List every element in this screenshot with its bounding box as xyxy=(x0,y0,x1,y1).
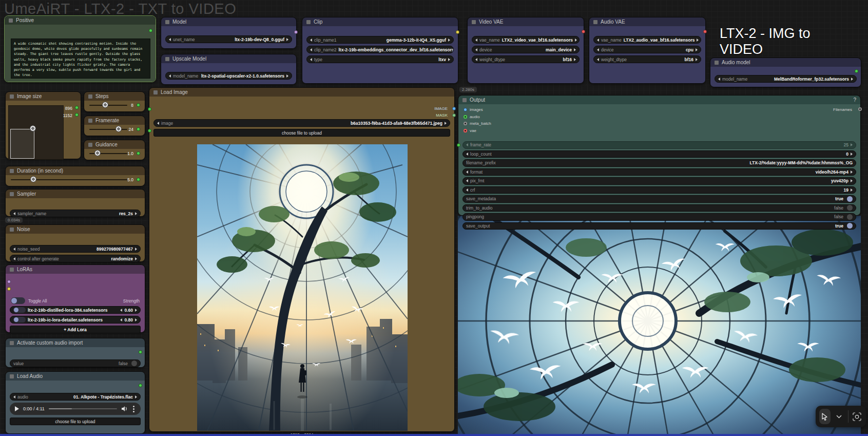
combo-left-arrow-icon[interactable] xyxy=(718,78,720,81)
strength-right-arrow-icon[interactable] xyxy=(135,318,137,321)
combo-right-arrow-icon[interactable] xyxy=(574,58,576,61)
lora-enable-switch[interactable] xyxy=(13,307,26,313)
image-preview[interactable] xyxy=(197,144,408,431)
collapse-icon[interactable] xyxy=(88,119,92,123)
model-input-slot[interactable] xyxy=(7,280,11,283)
output-slot-conditioning[interactable] xyxy=(149,29,152,32)
prompt-textarea[interactable]: A wide cinematic shot showing contrastin… xyxy=(11,39,150,79)
node-clip[interactable]: Clip clip_name1 gemma-3-12b-it-IQ4_XS.gg… xyxy=(302,17,458,84)
control-after-generate-widget[interactable]: control after generate randomize xyxy=(10,255,141,262)
weight-dtype-combo[interactable]: weight_dtype bf16 xyxy=(472,55,580,63)
output-slot-vae[interactable] xyxy=(582,30,585,33)
node-model[interactable]: Model unet_name ltx-2-19b-dev-Q8_0.gguf xyxy=(161,17,297,49)
clip-type-combo[interactable]: type ltxv xyxy=(306,55,454,63)
size-selection-rect[interactable] xyxy=(10,129,34,159)
combo-right-arrow-icon[interactable] xyxy=(445,122,447,125)
collapse-icon[interactable] xyxy=(306,20,311,24)
output-slot-mask[interactable] xyxy=(452,113,456,117)
combo-left-arrow-icon[interactable] xyxy=(597,39,599,42)
collapse-icon[interactable] xyxy=(153,90,158,94)
noise-seed-widget[interactable]: noise_seed 899270980977467 xyxy=(10,245,141,253)
save-output-toggle[interactable]: save_outputtrue xyxy=(462,222,856,230)
node-load-image[interactable]: Load Image IMAGE MASK image b6a10353-f9b… xyxy=(149,87,455,432)
combo-left-arrow-icon[interactable] xyxy=(13,248,15,251)
unet-name-combo[interactable]: unet_name ltx-2-19b-dev-Q8_0.gguf xyxy=(165,35,292,43)
device-combo[interactable]: device cpu xyxy=(593,46,701,53)
duration-slider[interactable]: 5.0 xyxy=(11,176,140,183)
combo-left-arrow-icon[interactable] xyxy=(157,122,159,125)
combo-right-arrow-icon[interactable] xyxy=(696,48,698,51)
weight-dtype-combo[interactable]: weight_dtype bf16 xyxy=(593,55,701,63)
output-slot[interactable] xyxy=(855,69,858,73)
images-input-slot[interactable] xyxy=(464,108,467,111)
output-slot-model[interactable] xyxy=(294,30,298,34)
output-slot-audio[interactable] xyxy=(139,384,142,387)
audio-player[interactable]: 0:00 / 4:11 xyxy=(10,403,141,415)
node-audio-vae[interactable]: Audio VAE vae_name LTX2_audio_vae_bf16.s… xyxy=(589,17,706,84)
combo-right-arrow-icon[interactable] xyxy=(574,48,576,51)
add-lora-button[interactable]: + Add Lora xyxy=(10,326,141,333)
collapse-icon[interactable] xyxy=(462,98,467,102)
crf-combo[interactable]: crf19 xyxy=(462,186,856,194)
collapse-icon[interactable] xyxy=(165,57,169,61)
fit-view-button[interactable] xyxy=(851,409,862,424)
steps-slot[interactable] xyxy=(137,103,140,107)
strength-left-arrow-icon[interactable] xyxy=(120,309,122,312)
combo-left-arrow-icon[interactable] xyxy=(597,58,599,61)
combo-right-arrow-icon[interactable] xyxy=(448,58,450,61)
combo-left-arrow-icon[interactable] xyxy=(475,39,477,42)
strength-left-arrow-icon[interactable] xyxy=(120,318,122,321)
combo-right-arrow-icon[interactable] xyxy=(135,257,137,260)
node-audio-model[interactable]: Audio model model_name MelBandRoformer_f… xyxy=(710,58,861,87)
node-framerate[interactable]: Framerate 24 xyxy=(84,116,145,136)
audio-file-combo[interactable]: audio 01. Alkpote - Trapézistes.flac xyxy=(10,393,141,401)
node-duration[interactable]: Duration (in second) 5.0 xyxy=(5,166,145,186)
vae-name-combo[interactable]: vae_name LTX2_video_vae_bf16.safetensors xyxy=(472,36,580,44)
combo-right-arrow-icon[interactable] xyxy=(448,39,450,42)
node-steps[interactable]: Steps 8 xyxy=(84,91,145,112)
node-video-vae[interactable]: Video VAE vae_name LTX2_video_vae_bf16.s… xyxy=(467,17,584,84)
collapse-icon[interactable] xyxy=(88,143,92,147)
device-combo[interactable]: device main_device xyxy=(472,46,580,53)
kebab-menu-icon[interactable] xyxy=(133,408,134,410)
frame-rate-combo[interactable]: frame_rate25 xyxy=(462,141,856,149)
output-slot-boolean[interactable] xyxy=(139,350,142,354)
help-icon[interactable]: ? xyxy=(853,97,856,103)
node-load-audio[interactable]: Load Audio audio 01. Alkpote - Trapézist… xyxy=(5,371,145,434)
node-guidance[interactable]: Guidance 1.0 xyxy=(84,140,145,160)
clip-name1-combo[interactable]: clip_name1 gemma-3-12b-it-IQ4_XS.gguf xyxy=(306,36,454,44)
value-toggle-widget[interactable]: value false xyxy=(10,359,141,367)
toggle-knob[interactable] xyxy=(847,205,853,211)
combo-left-arrow-icon[interactable] xyxy=(169,38,171,41)
image-file-combo[interactable]: image b6a10353-f9ba-41d3-afa9-68e3fb65d4… xyxy=(153,119,450,127)
width-slot[interactable] xyxy=(75,106,79,109)
tool-dropdown-button[interactable] xyxy=(834,409,845,424)
node-output[interactable]: Output? images audio meta_batch vae File… xyxy=(458,95,861,216)
node-upscale-model[interactable]: Upscale Model model_name ltx-2-spatial-u… xyxy=(161,54,297,85)
toggle-knob[interactable] xyxy=(131,361,137,366)
node-canvas[interactable]: UmeAiRT - LTX-2 - TXT to VIDEO LTX-2 - I… xyxy=(0,0,868,436)
pingpong-toggle[interactable]: pingpongfalse xyxy=(462,213,856,221)
toggle-knob[interactable] xyxy=(847,196,853,202)
combo-left-arrow-icon[interactable] xyxy=(13,257,15,260)
combo-left-arrow-icon[interactable] xyxy=(310,39,312,42)
combo-right-arrow-icon[interactable] xyxy=(286,74,288,78)
steps-slider[interactable]: 8 xyxy=(89,102,140,108)
combo-right-arrow-icon[interactable] xyxy=(135,395,137,399)
cursor-tool-button[interactable] xyxy=(819,409,831,424)
collapse-icon[interactable] xyxy=(10,94,14,99)
guidance-slider[interactable]: 1.0 xyxy=(89,150,140,157)
input-slot[interactable] xyxy=(148,129,151,132)
collapse-icon[interactable] xyxy=(593,20,597,24)
combo-right-arrow-icon[interactable] xyxy=(697,39,699,42)
duration-slot[interactable] xyxy=(137,178,140,181)
play-icon[interactable] xyxy=(15,406,19,411)
audio-progress-bar[interactable] xyxy=(49,408,117,410)
framerate-slot[interactable] xyxy=(137,127,140,131)
combo-left-arrow-icon[interactable] xyxy=(475,48,477,51)
node-audio-import-toggle[interactable]: Activate custom audio import value false xyxy=(5,338,145,368)
combo-right-arrow-icon[interactable] xyxy=(135,212,137,215)
collapse-icon[interactable] xyxy=(10,374,14,378)
node-positive[interactable]: Positive A wide cinematic shot showing c… xyxy=(4,15,156,82)
strength-right-arrow-icon[interactable] xyxy=(135,309,137,312)
